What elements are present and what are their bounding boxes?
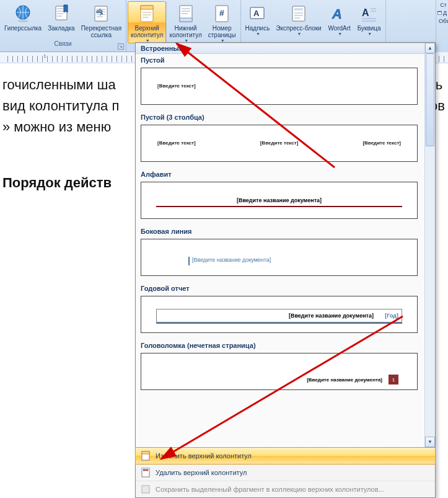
svg-rect-14 bbox=[294, 8, 303, 11]
bookmark-label: Закладка bbox=[48, 25, 74, 32]
gallery-item-name: Годовой отчет bbox=[141, 285, 430, 292]
ribbon-partial-group: Ст Д Объ bbox=[436, 0, 448, 52]
textbox-button[interactable]: A Надпись ▼ bbox=[242, 1, 273, 37]
svg-text:#: # bbox=[219, 8, 224, 18]
dropcap-button[interactable]: A Буквица ▼ bbox=[354, 1, 384, 37]
gallery-item-annual[interactable]: Годовой отчет [Введите название документ… bbox=[136, 282, 435, 339]
ribbon-group-links: Гиперссылка Закладка ab Перекрестная ссы… bbox=[0, 0, 126, 51]
crossref-button[interactable]: ab Перекрестная ссылка bbox=[78, 1, 125, 39]
quickparts-icon bbox=[289, 4, 309, 24]
globe-icon bbox=[13, 4, 33, 24]
gallery-item-name: Пустой (3 столбца) bbox=[141, 113, 430, 121]
gallery-item-name: Головоломка (нечетная страница) bbox=[141, 342, 430, 349]
wordart-label: WordArt bbox=[328, 25, 351, 32]
svg-text:A: A bbox=[332, 6, 342, 22]
scroll-down-button[interactable]: ▼ bbox=[425, 437, 435, 447]
doc-line: » можно из меню bbox=[2, 119, 136, 135]
hyperlink-label: Гиперссылка bbox=[4, 25, 42, 32]
remove-header-icon bbox=[141, 468, 151, 478]
header-label: Верхний колонтитул bbox=[131, 25, 163, 38]
gallery-item-name: Алфавит bbox=[141, 171, 430, 178]
gallery-body: Встроенный Пустой [Введите текст] Пустой… bbox=[136, 43, 435, 447]
doc-line: вид колонтитула п bbox=[2, 98, 136, 114]
header-icon bbox=[137, 4, 157, 24]
edit-header-action[interactable]: Изменить верхний колонтитул bbox=[135, 447, 436, 465]
action-label: Удалить верхний колонтитул bbox=[156, 469, 247, 476]
gallery-preview: [Введите название документа] bbox=[141, 182, 418, 219]
document-body: гочисленными ша вид колонтитула п » можн… bbox=[0, 63, 136, 196]
dropcap-label: Буквица bbox=[358, 25, 381, 32]
page-number-badge: 1 bbox=[389, 375, 398, 385]
svg-text:A: A bbox=[253, 9, 260, 18]
placeholder-text: [Введите текст] bbox=[362, 140, 401, 146]
ruler-number: 1 bbox=[43, 53, 46, 59]
vertical-scrollbar[interactable]: ▲ ▼ bbox=[424, 43, 435, 447]
divider-line bbox=[156, 206, 402, 207]
date-mini[interactable]: Д bbox=[437, 9, 447, 16]
gallery-item-blank[interactable]: Пустой [Введите текст] bbox=[136, 54, 435, 111]
signature-mini[interactable]: Ст bbox=[437, 1, 447, 8]
gallery-item-alpha[interactable]: Алфавит [Введите название документа] bbox=[136, 168, 435, 225]
svg-point-1 bbox=[17, 20, 29, 22]
page-number-label: Номер страницы bbox=[208, 25, 236, 38]
page-number-button[interactable]: # Номер страницы ▼ bbox=[205, 1, 239, 43]
scroll-thumb[interactable] bbox=[426, 53, 434, 146]
page-number-icon: # bbox=[212, 4, 232, 24]
quickparts-button[interactable]: Экспресс-блоки ▼ bbox=[273, 1, 324, 37]
scroll-track[interactable] bbox=[425, 53, 435, 437]
gallery-item-puzzle[interactable]: Головоломка (нечетная страница) [Введите… bbox=[136, 339, 435, 396]
gallery-preview: [Введите название документа] bbox=[141, 239, 418, 276]
gallery-item-blank3[interactable]: Пустой (3 столбца) [Введите текст] [Введ… bbox=[136, 111, 435, 168]
footer-label: Нижний колонтитул bbox=[169, 25, 201, 38]
dialog-launcher-icon[interactable]: ↘ bbox=[118, 43, 124, 50]
gallery-item-name: Боковая линия bbox=[141, 228, 430, 235]
gallery-preview: [Введите название документа] 1 bbox=[141, 353, 418, 390]
save-selection-action: Сохранить выделенный фрагмент в коллекци… bbox=[136, 481, 435, 497]
header-button[interactable]: Верхний колонтитул ▼ bbox=[128, 1, 166, 43]
doc-heading: Порядок действ bbox=[2, 175, 136, 191]
hyperlink-button[interactable]: Гиперссылка bbox=[1, 1, 45, 39]
footer-button[interactable]: Нижний колонтитул ▼ bbox=[166, 1, 204, 43]
chevron-down-icon: ▼ bbox=[256, 32, 260, 36]
placeholder-year: [Год] bbox=[385, 313, 398, 319]
placeholder-text: [Введите текст] bbox=[157, 140, 196, 146]
gallery-preview: [Введите текст] [Введите текст] [Введите… bbox=[141, 125, 418, 162]
underline bbox=[156, 322, 402, 324]
object-mini[interactable]: Объ bbox=[437, 17, 447, 24]
placeholder-text: [Введите текст] bbox=[157, 83, 196, 89]
scroll-up-button[interactable]: ▲ bbox=[425, 43, 435, 53]
chevron-down-icon: ▼ bbox=[367, 32, 372, 36]
placeholder-text: [Введите название документа] bbox=[237, 197, 322, 203]
gallery-item-name: Пустой bbox=[141, 56, 430, 64]
action-label: Сохранить выделенный фрагмент в коллекци… bbox=[156, 486, 384, 493]
textbox-icon: A bbox=[247, 4, 267, 24]
wordart-button[interactable]: A WordArt ▼ bbox=[325, 1, 354, 37]
placeholder-text: [Введите название документа] bbox=[289, 313, 374, 319]
chevron-down-icon: ▼ bbox=[297, 32, 302, 36]
placeholder-text: [Введите название документа] bbox=[192, 257, 271, 263]
action-label: Изменить верхний колонтитул bbox=[156, 452, 252, 460]
gallery-item-sideline[interactable]: Боковая линия [Введите название документ… bbox=[136, 225, 435, 282]
gallery-section-header: Встроенный bbox=[136, 43, 435, 54]
gallery-actions: Изменить верхний колонтитул Удалить верх… bbox=[136, 447, 435, 497]
side-bar bbox=[188, 257, 190, 265]
svg-text:A: A bbox=[362, 7, 369, 18]
svg-rect-24 bbox=[142, 486, 149, 493]
svg-rect-21 bbox=[142, 451, 149, 454]
crossref-label: Перекрестная ссылка bbox=[81, 25, 121, 38]
placeholder-text: [Введите название документа] bbox=[307, 377, 382, 383]
textbox-label: Надпись bbox=[245, 25, 270, 32]
header-gallery-dropdown: Встроенный Пустой [Введите текст] Пустой… bbox=[135, 42, 436, 498]
edit-header-icon bbox=[141, 451, 151, 461]
chevron-down-icon: ▼ bbox=[338, 32, 342, 36]
doc-line: гочисленными ша bbox=[2, 77, 136, 93]
svg-rect-6 bbox=[141, 6, 153, 9]
group-links-label: Связи bbox=[1, 39, 125, 48]
crossref-icon: ab bbox=[91, 4, 111, 24]
footer-icon bbox=[176, 4, 196, 24]
placeholder-text: [Введите текст] bbox=[260, 140, 299, 146]
remove-header-action[interactable]: Удалить верхний колонтитул bbox=[136, 464, 435, 481]
bookmark-icon bbox=[51, 4, 71, 24]
bookmark-button[interactable]: Закладка bbox=[45, 1, 77, 39]
svg-rect-8 bbox=[180, 18, 192, 22]
